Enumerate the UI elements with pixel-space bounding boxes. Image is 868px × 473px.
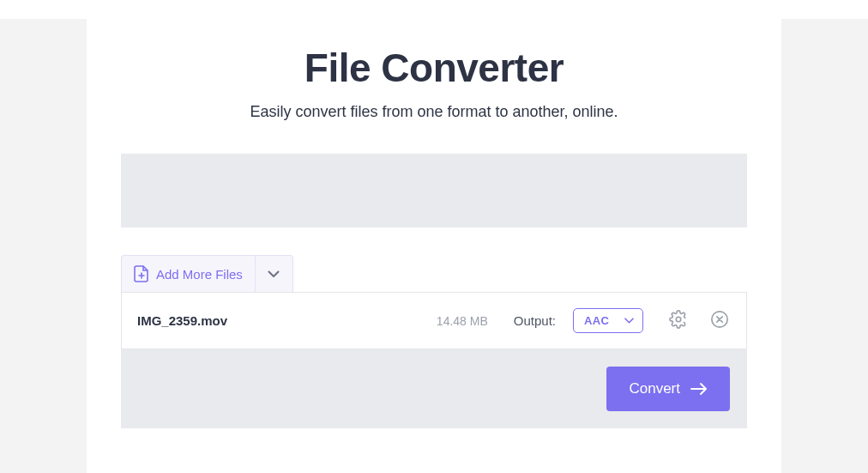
add-more-files-button[interactable]: Add More Files (121, 255, 256, 292)
add-more-dropdown-button[interactable] (256, 255, 293, 292)
chevron-down-icon (624, 318, 634, 324)
file-row: IMG_2359.mov 14.48 MB Output: AAC (121, 292, 747, 349)
file-add-icon (134, 265, 149, 282)
add-more-row: Add More Files (121, 255, 747, 292)
top-bar (0, 0, 868, 19)
output-format-value: AAC (584, 314, 609, 327)
convert-label: Convert (629, 380, 680, 397)
file-name: IMG_2359.mov (137, 313, 423, 328)
svg-point-0 (676, 317, 681, 322)
page-title: File Converter (87, 45, 781, 91)
output-label: Output: (514, 313, 556, 328)
page-subtitle: Easily convert files from one format to … (87, 103, 781, 121)
chevron-down-icon (268, 266, 280, 282)
remove-file-button[interactable] (708, 310, 731, 332)
file-size: 14.48 MB (437, 314, 488, 328)
footer-row: Convert (121, 349, 747, 428)
settings-button[interactable] (667, 310, 690, 332)
arrow-right-icon (690, 382, 708, 396)
ad-placeholder (121, 154, 747, 227)
main-page: File Converter Easily convert files from… (87, 19, 781, 473)
close-icon (710, 310, 729, 332)
output-format-select[interactable]: AAC (573, 308, 643, 333)
gear-icon (669, 310, 688, 332)
convert-button[interactable]: Convert (606, 367, 730, 411)
add-more-label: Add More Files (156, 267, 243, 282)
